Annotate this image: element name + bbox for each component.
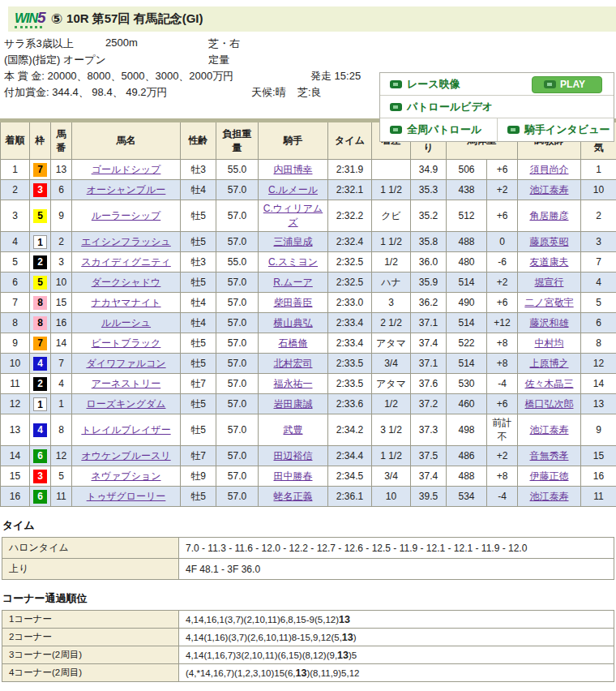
- horse-name-link[interactable]: スカイディグニティ: [81, 256, 171, 268]
- jockey-name-link[interactable]: C.ウィリアムズ: [263, 203, 323, 228]
- frame-badge: 1: [33, 397, 47, 411]
- trainer-name-link[interactable]: 池江泰寿: [530, 184, 569, 195]
- win-favorite-rank: 2: [581, 200, 616, 232]
- jockey-name-link[interactable]: 内田博幸: [274, 164, 313, 175]
- horse-name-link[interactable]: ダイワファルコン: [86, 358, 165, 369]
- time-table: ハロンタイム7.0 - 11.3 - 11.6 - 12.0 - 12.2 - …: [2, 537, 614, 580]
- race-conditions: (国際)(指定) オープン: [4, 53, 106, 67]
- frame-badge: 3: [33, 183, 47, 197]
- trainer-name-link[interactable]: 角居勝彦: [530, 210, 569, 221]
- horse-name-link[interactable]: エイシンフラッシュ: [81, 236, 171, 247]
- frame-badge: 3: [33, 470, 47, 483]
- trainer-name-link[interactable]: 堀宣行: [535, 277, 564, 288]
- carried-weight: 57.0: [216, 414, 259, 446]
- trainer-name-link[interactable]: 音無秀孝: [530, 450, 569, 461]
- horse-name-link[interactable]: ルルーシュ: [101, 317, 151, 328]
- time-row-label: 上り: [2, 559, 179, 580]
- horse-name-link[interactable]: アーネストリー: [92, 378, 160, 389]
- body-weight: 488: [447, 466, 487, 487]
- win5-logo-five: 5: [37, 9, 46, 26]
- horse-name-link[interactable]: ルーラーシップ: [92, 210, 160, 221]
- trainer-name-link[interactable]: 藤原英昭: [530, 236, 569, 247]
- horse-name-link[interactable]: ゴールドシップ: [92, 164, 161, 175]
- trainer-name-link[interactable]: 友道康夫: [530, 256, 569, 268]
- jockey-name: 内田博幸: [259, 160, 328, 180]
- body-weight: 506: [447, 160, 487, 180]
- body-weight: 490: [447, 293, 487, 313]
- jockey-name-link[interactable]: 武豊: [284, 424, 303, 436]
- corner-order-pre: 4,14(1,16)(3,7)(2,6,10,11)8-15,9,12(5,: [186, 633, 342, 642]
- horse-name-link[interactable]: ダークシャドウ: [92, 277, 161, 288]
- race-video-link[interactable]: レース映像: [380, 77, 460, 92]
- trainer-name-link[interactable]: 池江泰寿: [530, 424, 569, 436]
- jockey-name-link[interactable]: C.スミヨン: [268, 256, 318, 268]
- horse-name-link[interactable]: トゥザグローリー: [87, 491, 166, 502]
- frame-badge: 8: [33, 316, 47, 330]
- finish-position: 4: [1, 232, 30, 252]
- trainer-name-link[interactable]: 中村均: [535, 337, 564, 349]
- horse-name-link[interactable]: ネヴァブション: [92, 470, 161, 482]
- finish-time: 2:33.4: [328, 333, 372, 354]
- body-weight-diff: +12: [487, 313, 518, 333]
- jockey-name-link[interactable]: 蛯名正義: [274, 491, 313, 502]
- corner-order-winner-number: 13: [339, 614, 350, 625]
- horse-number: 12: [51, 446, 72, 466]
- trainer-name-link[interactable]: 二ノ宮敬宇: [524, 297, 573, 308]
- horse-number: 7: [51, 354, 72, 374]
- sex-age: 牡5: [181, 232, 216, 252]
- margin: ハナ: [372, 273, 411, 293]
- result-row-2: 236オーシャンブルー牡457.0C.ルメール2:32.11 1/235.343…: [1, 180, 616, 200]
- trainer-name-link[interactable]: 池江泰寿: [530, 491, 569, 502]
- horse-name-link[interactable]: オーシャンブルー: [87, 184, 166, 195]
- jockey-name-link[interactable]: R.ムーア: [273, 277, 313, 288]
- trainer-name-link[interactable]: 橋口弘次郎: [525, 398, 574, 410]
- jockey-name-link[interactable]: 田辺裕信: [274, 450, 313, 461]
- full-patrol-link[interactable]: 全周パトロール: [380, 122, 481, 137]
- jockey-name-link[interactable]: C.ルメール: [268, 184, 318, 195]
- horse-number: 4: [51, 374, 72, 394]
- corner-order-pre: 4,14,16,1(3,7)(2,10,11)6,8,15-9(5,12): [186, 615, 339, 624]
- margin: 1 1/2: [372, 180, 411, 200]
- last-3f-time: 36.0: [411, 252, 447, 273]
- corner-order-winner-number: 13: [296, 667, 307, 679]
- jockey-name-link[interactable]: 横山典弘: [274, 317, 313, 328]
- win5-logo: WIN5: [15, 10, 46, 28]
- trainer-name-link[interactable]: 藤沢和雄: [530, 317, 569, 328]
- jockey-name-link[interactable]: 岩田康誠: [274, 398, 313, 410]
- corner-row-label: 4コーナー(2周目): [2, 664, 179, 682]
- trainer-name: 音無秀孝: [518, 446, 581, 466]
- sex-age: 牡5: [181, 354, 216, 374]
- jockey-name-link[interactable]: 石橋脩: [279, 337, 308, 349]
- carried-weight: 57.0: [216, 293, 259, 313]
- trainer-name-link[interactable]: 上原博之: [530, 358, 569, 369]
- jockey-interview-link[interactable]: 騎手インタビュー: [498, 122, 610, 137]
- win-favorite-rank: 10: [581, 180, 616, 200]
- body-weight-diff: 前計不: [487, 414, 518, 446]
- corner-row-0: 1コーナー4,14,16,1(3,7)(2,10,11)6,8,15-9(5,1…: [2, 611, 614, 629]
- result-row-15: 1535ネヴァブション牡957.0田中勝春2:34.53/437.4488+8伊…: [1, 466, 616, 487]
- jockey-name-link[interactable]: 田中勝春: [274, 470, 313, 482]
- win5-race-number: ⑤: [51, 11, 62, 28]
- jockey-name: 柴田善臣: [259, 293, 328, 313]
- horse-name-link[interactable]: ナカヤマナイト: [92, 297, 161, 308]
- jockey-name-link[interactable]: 北村宏司: [274, 358, 313, 369]
- patrol-video-link[interactable]: パトロールビデオ: [380, 100, 493, 114]
- horse-name-link[interactable]: トレイルブレイザー: [81, 424, 170, 436]
- corner-row-3: 4コーナー(2周目)(4,*14,16,7)(1,2,3,10)15(6,13)…: [2, 664, 614, 682]
- corner-order-post: )(8,11,9)5,12: [306, 668, 359, 678]
- trainer-name-link[interactable]: 伊藤正徳: [530, 470, 569, 482]
- jockey-name-link[interactable]: 三浦皇成: [274, 236, 313, 247]
- horse-name-link[interactable]: オウケンブルースリ: [81, 450, 170, 461]
- video-camera-icon: [390, 126, 402, 134]
- trainer-name-link[interactable]: 佐々木晶三: [525, 378, 574, 389]
- finish-time: 2:33.6: [328, 394, 372, 414]
- trainer-name-link[interactable]: 須貝尚介: [530, 164, 569, 175]
- jockey-name-link[interactable]: 柴田善臣: [274, 297, 313, 308]
- finish-position: 9: [1, 333, 30, 354]
- play-button[interactable]: PLAY: [532, 76, 602, 93]
- horse-name-link[interactable]: ローズキングダム: [87, 398, 166, 410]
- horse-name-link[interactable]: ビートブラック: [92, 337, 161, 349]
- jockey-name-link[interactable]: 福永祐一: [274, 378, 313, 389]
- win-favorite-rank: 5: [581, 293, 616, 313]
- horse-name: ローズキングダム: [72, 394, 181, 414]
